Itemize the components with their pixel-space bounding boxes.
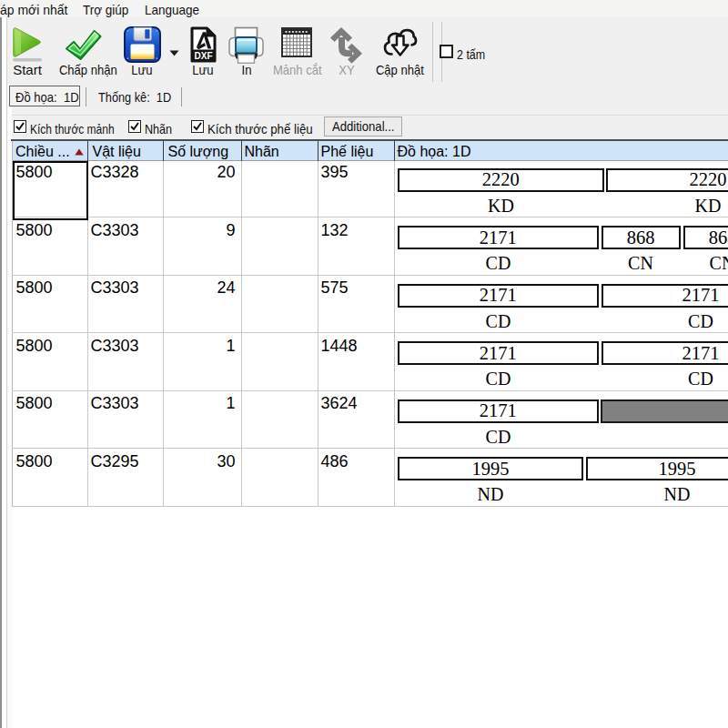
- svg-text:DXF: DXF: [195, 51, 213, 61]
